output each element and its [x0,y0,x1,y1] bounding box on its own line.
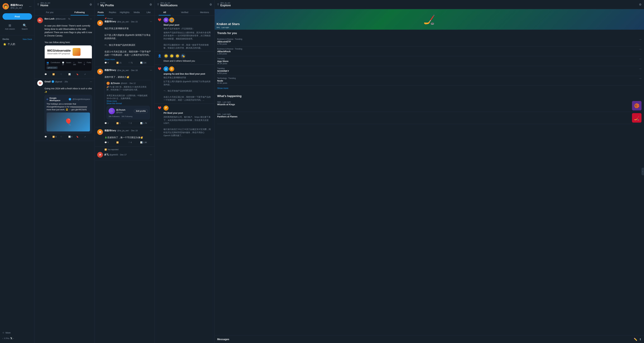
tweet-gmail[interactable]: M Gmail ✓ @gmail · 25s ··· Going into 20… [35,78,94,141]
tab-posts[interactable]: Posts [95,9,106,15]
trend-4[interactable]: Trending SCHONKY 6,453 posts ··· [217,66,642,76]
ptw2-retweet[interactable]: 🔁1 [116,121,128,125]
drag-handle-icon[interactable]: ⠿ [37,3,39,6]
github-card: 👥 10 Contributors 🕐 24 Issues ☆ 390 Star… [45,58,92,71]
ptw3-more-icon[interactable]: ··· [150,129,152,132]
trend-3[interactable]: Trending App Store 36.2K posts ··· [217,56,642,66]
forks-stat: ⑂ 8 [84,61,85,65]
ptw3-retweet[interactable]: 🔁 [116,140,128,145]
reply-button[interactable]: 💬 [44,72,52,76]
drag-handle-notif-icon[interactable]: ⠿ [157,3,159,6]
bookmark-button[interactable]: 🔖 [76,72,84,76]
post-button[interactable]: Post [2,13,32,20]
ptw2-more-icon[interactable]: ··· [150,69,152,72]
explore-settings-icon[interactable]: ⚙ [639,3,642,6]
trend2-more-icon[interactable]: ··· [640,48,642,51]
show-more-link[interactable]: Show more [104,58,115,61]
share-button-gmail[interactable]: ↗ [84,135,92,139]
nav-forward[interactable]: › [13,337,14,340]
tab-like[interactable]: Like [143,9,154,15]
tab-highlights[interactable]: Highlights [118,9,131,15]
ptw1-show-more[interactable]: Show more [104,58,152,61]
tweet-more-icon[interactable]: ··· [90,17,92,20]
ptw2-reply[interactable]: 💬1 [104,121,116,125]
trend-2[interactable]: Business & finance · Trending #BlackRock… [217,46,642,56]
sidebar-deck-item[interactable]: ⭐ 个人的 [2,42,32,47]
ptw1-more-icon[interactable]: ··· [150,20,152,23]
tweet-more-icon-gmail[interactable]: ··· [90,80,92,83]
notif-3[interactable]: ❤️ A D anpeng hu and Duo duo liked your … [155,64,214,103]
tab-following[interactable]: Following [65,9,95,15]
google-logo: G [46,98,48,100]
tab-media[interactable]: Media [131,9,142,15]
home-column-title-section: @lai_jia_wei Home [40,2,88,7]
ptw1-views[interactable]: 📊21K [140,61,152,65]
notif-1[interactable]: ❤️ S 🌀 liked your post 海外产品开发套件（不定期更新） 做… [155,16,214,52]
views-button-gmail[interactable]: 📊4 [68,135,76,139]
google-card[interactable]: G Google Workspace ✓ @GoogleWorkspace Th… [44,95,92,133]
collapse-messages-icon[interactable]: ⬆ [639,338,642,341]
collapse-button[interactable]: › [642,168,644,175]
tab-verified[interactable]: Verified [174,9,194,15]
ptw2-like[interactable]: ♡2 [128,121,140,125]
notif-4[interactable]: ❤️ P PH liked your post 历时两周把海外公司、银行账户、S… [155,104,214,139]
reply-button-gmail[interactable]: 💬 [44,135,52,139]
add-column-button[interactable]: ⊞ Add column [2,22,17,31]
trend-5[interactable]: Technology · Trending Node 22.6K posts ·… [217,76,642,86]
ptw3-views[interactable]: 📊1.9K [140,140,152,145]
notif-2[interactable]: 👤 😐 🙂 😊 🎭 Dison and 3 others followed yo… [155,52,214,65]
event1-info: NBA · Last night Wizards at Kings [217,101,630,110]
show-thread[interactable]: Show this thread [106,102,122,105]
profile-settings-icon[interactable]: ⚙ [150,3,152,6]
sidebar-more-button[interactable]: ··· [28,4,32,9]
ptw3-like[interactable]: ♡4 [128,140,140,145]
profile-tweet-2[interactable]: 赖 赖嘉伟Gary @lai_jia_wei · Dec 18 ··· 居然中奖… [95,67,154,127]
ptw3-reply[interactable]: 💬5 [104,140,116,145]
ptw2-views[interactable]: 📊1.7K [140,121,152,125]
bookmark-button-gmail[interactable]: 🔖 [76,135,84,139]
tab-for-you[interactable]: For you [35,9,65,15]
show-more-qt[interactable]: Show more [106,100,117,102]
show-more-trends[interactable]: Show more [217,86,642,91]
event-2[interactable]: NHL · Last night Panthers at Flames 🏒 [217,112,642,124]
explore-hero[interactable]: 🏒 Kraken at Stars NHL · Last night [215,9,644,30]
home-settings-icon[interactable]: ⚙ [90,3,92,6]
share-button[interactable]: ↗ [84,72,92,76]
profile-tweet-4[interactable]: 🔁 You reposted 赤 赤飞 @gefei55 · Dec 17 ··… [95,147,154,160]
event-1[interactable]: NBA · Last night Wizards at Kings 🏀 [217,100,642,112]
trend3-more-icon[interactable]: ··· [640,58,642,60]
edit-profile-button[interactable]: Edit profile [134,109,148,113]
new-deck-label[interactable]: New Deck [23,38,32,40]
like-button[interactable]: ♡ [60,72,68,76]
qt-time: Dec 12 [130,82,136,84]
quoted-tweet[interactable]: 自 自力hzlzh @hzlzh · Dec 12 🎉 Fo 破 30K 啦，感… [104,80,152,121]
drag-handle-profile-icon[interactable]: ⠿ [97,3,99,6]
ptw1-like[interactable]: ♡71 [128,61,140,65]
compose-message-icon[interactable]: ✏️ [634,338,637,341]
tab-all[interactable]: All [155,9,174,15]
notif-settings-icon[interactable]: ⚙ [210,3,212,6]
more-button[interactable]: ○ More [0,330,34,336]
profile-column-title-section: Profile My Profile [100,2,148,7]
tweet-card-observable[interactable]: WICG/observable Observable API proposal … [44,45,92,71]
ptw1-retweet[interactable]: 🔁21 [116,61,128,65]
retweet-button[interactable]: 🔁 [52,72,60,76]
tweet-ben-lesh[interactable]: BL Ben Lesh @BenLesh · 7s ··· In case yo… [35,16,94,78]
retweet-button-gmail[interactable]: 🔁6 [52,135,60,139]
ptw1-reply[interactable]: 💬8 [104,61,116,65]
ptw4-more-icon[interactable]: ··· [150,153,152,156]
drag-handle-explore-icon[interactable]: ⠿ [217,3,219,6]
like-button-gmail[interactable]: ♡ [60,135,68,139]
trend1-more-icon[interactable]: ··· [640,38,642,41]
profile-tweet-1[interactable]: 📌 Pinned 赖 赖嘉伟Gary @lai_jia_wei · Dec 15… [95,16,154,67]
tab-replies[interactable]: Replies [106,9,118,15]
profile-tweet-3[interactable]: 赖 赖嘉伟Gary @lai_jia_wei · Dec 18 ··· 🎄圣诞快… [95,127,154,147]
ptw1-user-info: 赖嘉伟Gary @lai_jia_wei · Dec 15 [104,20,148,23]
trend4-more-icon[interactable]: ··· [640,67,642,70]
views-button[interactable]: 📊 [68,72,76,76]
trend5-more-icon[interactable]: ··· [640,77,642,80]
tab-mentions[interactable]: Mentions [194,9,214,15]
trend-1[interactable]: Business & finance · Trending #BitcoinET… [217,37,642,46]
search-button[interactable]: 🔍 Search [17,22,32,31]
nav-back[interactable]: ‹ [2,337,3,340]
